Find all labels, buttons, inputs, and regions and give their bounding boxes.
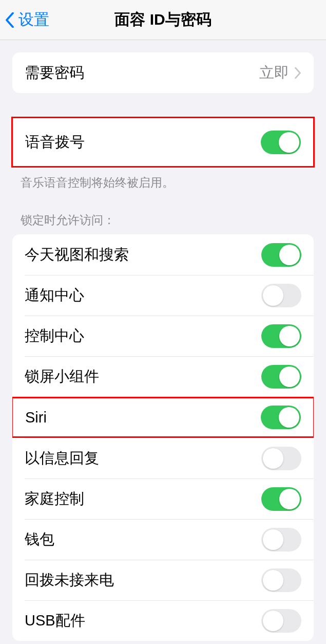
chevron-right-icon bbox=[294, 67, 301, 79]
locked-access-label: 今天视图和搜索 bbox=[25, 245, 129, 265]
toggle-knob bbox=[279, 489, 300, 509]
locked-access-toggle[interactable] bbox=[261, 487, 301, 511]
locked-access-row[interactable]: 钱包 bbox=[12, 519, 314, 560]
locked-access-toggle[interactable] bbox=[261, 243, 301, 267]
locked-access-row[interactable]: 今天视图和搜索 bbox=[12, 234, 314, 275]
locked-access-label: 家庭控制 bbox=[25, 489, 84, 509]
toggle-knob bbox=[279, 366, 300, 387]
toggle-knob bbox=[263, 529, 283, 550]
voice-dial-label: 语音拨号 bbox=[25, 132, 85, 153]
locked-access-label: 以信息回复 bbox=[25, 448, 99, 469]
toggle-knob bbox=[263, 611, 283, 631]
toggle-knob bbox=[263, 570, 283, 591]
locked-access-header: 锁定时允许访问： bbox=[21, 212, 305, 228]
voice-dial-group-highlighted: 语音拨号 bbox=[11, 117, 315, 168]
chevron-left-icon bbox=[5, 12, 14, 28]
back-label: 设置 bbox=[18, 9, 49, 30]
locked-access-row[interactable]: Siri bbox=[12, 397, 314, 438]
locked-access-row[interactable]: 通知中心 bbox=[12, 275, 314, 316]
require-passcode-label: 需要密码 bbox=[25, 63, 84, 83]
locked-access-row[interactable]: 以信息回复 bbox=[12, 438, 314, 479]
locked-access-toggle[interactable] bbox=[261, 324, 301, 348]
locked-access-label: 回拨未接来电 bbox=[25, 570, 114, 591]
toggle-knob bbox=[263, 285, 283, 306]
locked-access-toggle[interactable] bbox=[261, 406, 301, 429]
locked-access-row[interactable]: USB配件 bbox=[12, 600, 314, 641]
locked-access-label: USB配件 bbox=[25, 611, 85, 631]
require-passcode-group: 需要密码 立即 bbox=[12, 52, 314, 93]
toggle-knob bbox=[279, 245, 300, 265]
require-passcode-row[interactable]: 需要密码 立即 bbox=[12, 52, 314, 93]
locked-access-toggle[interactable] bbox=[261, 365, 301, 389]
locked-access-toggle[interactable] bbox=[261, 528, 301, 551]
locked-access-label: 钱包 bbox=[25, 529, 54, 550]
locked-access-label: 控制中心 bbox=[25, 326, 84, 346]
locked-access-toggle[interactable] bbox=[261, 284, 301, 307]
locked-access-row[interactable]: 控制中心 bbox=[12, 316, 314, 356]
toggle-knob bbox=[279, 326, 300, 346]
voice-dial-footer: 音乐语音控制将始终被启用。 bbox=[21, 175, 305, 191]
locked-access-row[interactable]: 锁屏小组件 bbox=[12, 356, 314, 397]
voice-dial-row[interactable]: 语音拨号 bbox=[13, 118, 313, 166]
toggle-knob bbox=[263, 448, 283, 469]
locked-access-toggle[interactable] bbox=[261, 568, 301, 592]
content: 需要密码 立即 语音拨号 音乐语音控制将始终被启用。 锁定时允许访问： 今天视图… bbox=[0, 40, 326, 644]
locked-access-row[interactable]: 回拨未接来电 bbox=[12, 560, 314, 600]
require-passcode-value: 立即 bbox=[259, 63, 289, 83]
locked-access-toggle[interactable] bbox=[261, 609, 301, 633]
toggle-knob bbox=[279, 132, 299, 153]
locked-access-toggle[interactable] bbox=[261, 447, 301, 470]
locked-access-group: 今天视图和搜索通知中心控制中心锁屏小组件Siri以信息回复家庭控制钱包回拨未接来… bbox=[12, 234, 314, 641]
navbar: 设置 面容 ID与密码 bbox=[0, 0, 326, 40]
back-button[interactable]: 设置 bbox=[5, 9, 49, 30]
voice-dial-toggle[interactable] bbox=[261, 131, 301, 154]
toggle-knob bbox=[279, 407, 299, 428]
locked-access-row[interactable]: 家庭控制 bbox=[12, 479, 314, 519]
locked-access-label: 通知中心 bbox=[25, 285, 84, 306]
locked-access-label: Siri bbox=[25, 409, 47, 426]
locked-access-label: 锁屏小组件 bbox=[25, 366, 99, 387]
